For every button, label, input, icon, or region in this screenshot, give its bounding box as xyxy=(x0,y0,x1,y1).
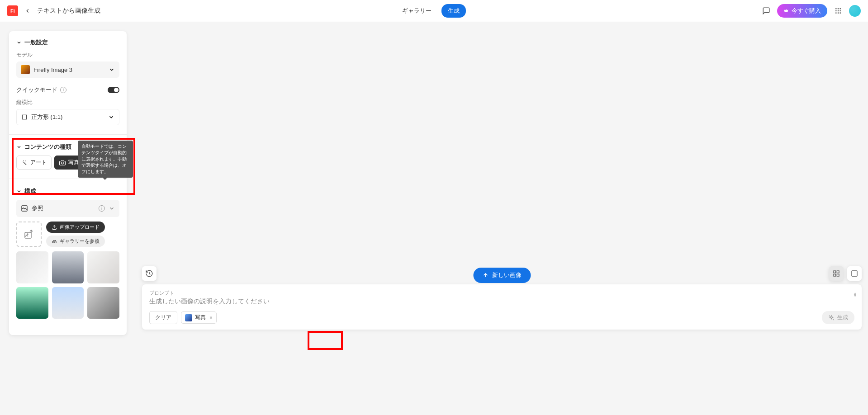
aspect-select[interactable]: 正方形 (1:1) xyxy=(16,109,119,125)
svg-rect-9 xyxy=(22,115,26,119)
svg-point-2 xyxy=(840,8,841,9)
clear-button[interactable]: クリア xyxy=(149,311,177,324)
user-avatar[interactable] xyxy=(849,5,861,17)
chevron-down-icon xyxy=(16,40,22,45)
buy-now-button[interactable]: 今すぐ購入 xyxy=(777,4,827,18)
svg-point-13 xyxy=(27,234,28,235)
prompt-input[interactable]: 生成したい画像の説明を入力してください xyxy=(149,297,854,306)
back-button[interactable] xyxy=(24,7,32,15)
annotation-highlight-2 xyxy=(308,331,343,350)
crown-icon xyxy=(783,8,789,14)
art-label: アート xyxy=(30,159,47,166)
svg-rect-19 xyxy=(837,274,839,276)
chevron-down-icon xyxy=(109,205,115,212)
content-type-art-button[interactable]: アート xyxy=(16,156,52,170)
ref-thumb-5[interactable] xyxy=(52,287,84,319)
tab-gallery[interactable]: ギャラリー xyxy=(396,4,438,18)
svg-point-6 xyxy=(835,12,837,14)
chevron-down-icon xyxy=(108,114,114,120)
cloud-upload-icon xyxy=(52,225,57,230)
aspect-label: 縦横比 xyxy=(16,99,119,106)
app-logo[interactable]: Fi xyxy=(7,5,18,16)
main-area: 一般設定 モデル Firefly Image 3 クイックモード i 縦横比 xyxy=(0,22,868,415)
section-composition: 構成 参照 i 画像アップロード xyxy=(16,187,119,319)
aspect-select-content: 正方形 (1:1) xyxy=(21,113,62,121)
svg-point-8 xyxy=(840,12,841,14)
upload-buttons: 画像アップロード ギャラリーを参照 xyxy=(46,222,105,247)
section-general-title: 一般設定 xyxy=(24,38,48,47)
section-general-header[interactable]: 一般設定 xyxy=(16,38,119,47)
ref-thumb-6[interactable] xyxy=(87,287,119,319)
svg-point-14 xyxy=(52,241,54,243)
svg-point-3 xyxy=(835,10,837,12)
prompt-box: ▲▼ プロンプト 生成したい画像の説明を入力してください クリア 写真 × 生成 xyxy=(142,284,862,330)
upload-dropzone[interactable] xyxy=(16,222,42,247)
notifications-button[interactable] xyxy=(761,5,772,16)
browse-gallery-label: ギャラリーを参照 xyxy=(60,238,100,245)
reference-thumbnails xyxy=(16,251,119,319)
prompt-label: プロンプト xyxy=(149,290,854,297)
svg-point-10 xyxy=(62,162,64,164)
view-mode-buttons xyxy=(829,266,862,281)
section-content-type-title: コンテンツの種類 xyxy=(24,143,71,151)
header-left: Fi テキストから画像生成 xyxy=(7,5,100,16)
quick-mode-label-group: クイックモード i xyxy=(16,86,66,94)
camera-icon xyxy=(59,160,66,166)
canvas-area: 新しい画像 ▲▼ プロンプト 生成したい画像の説明を入力してください クリア 写… xyxy=(136,22,868,415)
svg-point-0 xyxy=(835,8,837,9)
reference-icon xyxy=(21,205,28,212)
tab-generate[interactable]: 生成 xyxy=(441,4,466,18)
reference-right: i xyxy=(99,205,115,212)
model-thumbnail xyxy=(21,65,30,74)
info-icon[interactable]: i xyxy=(60,87,66,93)
ref-thumb-4[interactable] xyxy=(16,287,48,319)
history-icon xyxy=(145,269,153,278)
svg-point-15 xyxy=(55,241,57,243)
settings-sidebar: 一般設定 モデル Firefly Image 3 クイックモード i 縦横比 xyxy=(9,31,127,335)
wand-icon xyxy=(21,160,28,166)
section-general: 一般設定 モデル Firefly Image 3 クイックモード i 縦横比 xyxy=(16,38,119,125)
chevron-left-icon xyxy=(24,8,31,14)
auto-mode-tooltip: 自動モードでは、コンテンツタイプが自動的に選択されます。手動で選択する場合は、オ… xyxy=(78,141,133,178)
model-select[interactable]: Firefly Image 3 xyxy=(16,61,119,78)
ref-thumb-2[interactable] xyxy=(52,251,84,283)
quick-mode-row: クイックモード i xyxy=(16,86,119,94)
model-value: Firefly Image 3 xyxy=(33,66,72,73)
tag-remove-button[interactable]: × xyxy=(209,315,213,321)
generate-button[interactable]: 生成 xyxy=(822,311,854,324)
ref-thumb-3[interactable] xyxy=(87,251,119,283)
chat-icon xyxy=(762,7,770,15)
quick-mode-toggle[interactable] xyxy=(108,87,119,93)
section-composition-header[interactable]: 構成 xyxy=(16,187,119,195)
single-view-button[interactable] xyxy=(847,266,862,281)
svg-point-5 xyxy=(840,10,841,12)
tag-label: 写真 xyxy=(195,314,206,321)
model-label: モデル xyxy=(16,51,119,59)
image-upload-button[interactable]: 画像アップロード xyxy=(46,222,105,233)
browse-gallery-button[interactable]: ギャラリーを参照 xyxy=(46,236,105,247)
ref-thumb-1[interactable] xyxy=(16,251,48,283)
info-icon[interactable]: i xyxy=(99,205,105,212)
single-view-icon xyxy=(851,270,858,277)
section-composition-title: 構成 xyxy=(24,187,36,195)
new-image-label: 新しい画像 xyxy=(492,271,522,279)
grid-icon xyxy=(835,7,842,14)
history-button[interactable] xyxy=(142,266,157,281)
apps-grid-button[interactable] xyxy=(833,5,844,16)
header-right: 今すぐ購入 xyxy=(761,4,861,18)
model-select-content: Firefly Image 3 xyxy=(21,65,72,74)
grid-view-button[interactable] xyxy=(829,266,844,281)
reference-box[interactable]: 参照 i xyxy=(16,200,119,217)
svg-rect-16 xyxy=(834,271,836,273)
page-title: テキストから画像生成 xyxy=(37,7,100,15)
app-header: Fi テキストから画像生成 ギャラリー 生成 今すぐ購入 xyxy=(0,0,868,22)
quick-mode-label: クイックモード xyxy=(16,86,57,94)
chevron-down-icon xyxy=(16,144,22,150)
chevron-down-icon xyxy=(109,66,115,73)
svg-point-1 xyxy=(838,8,839,9)
buy-now-label: 今すぐ購入 xyxy=(792,7,821,15)
new-image-button[interactable]: 新しい画像 xyxy=(473,268,531,283)
resize-handle[interactable]: ▲▼ xyxy=(853,292,857,297)
header-tabs: ギャラリー 生成 xyxy=(396,4,466,18)
svg-rect-12 xyxy=(25,232,31,238)
